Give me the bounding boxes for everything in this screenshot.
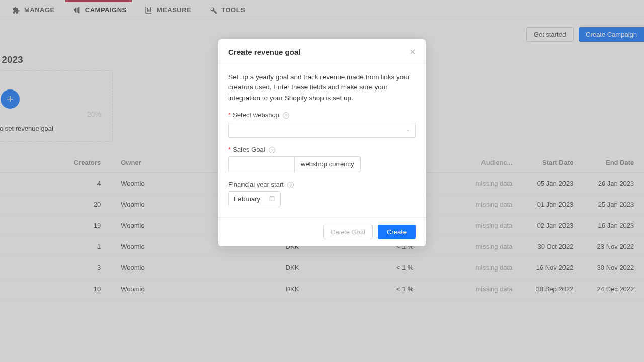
create-button[interactable]: Create — [378, 225, 416, 239]
financial-year-start-label: Financial year start ? — [228, 180, 416, 188]
financial-year-start-picker[interactable]: February — [228, 191, 281, 207]
help-icon[interactable]: ? — [269, 147, 275, 153]
create-revenue-goal-modal: Create revenue goal ✕ Set up a yearly go… — [218, 39, 426, 246]
webshop-label: *Select webshop ? — [228, 111, 416, 119]
help-icon[interactable]: ? — [283, 112, 289, 119]
chevron-down-icon: ⌄ — [406, 126, 410, 133]
modal-overlay[interactable]: Create revenue goal ✕ Set up a yearly go… — [0, 0, 644, 362]
date-value: February — [234, 195, 260, 203]
currency-addon: webshop currency — [295, 156, 361, 172]
sales-goal-label: *Sales Goal ? — [228, 146, 416, 153]
close-icon[interactable]: ✕ — [409, 47, 416, 57]
sales-goal-input[interactable] — [228, 156, 295, 172]
webshop-select[interactable]: ⌄ — [228, 122, 416, 138]
calendar-icon — [269, 195, 275, 203]
modal-description: Set up a yearly goal and track revenue m… — [228, 72, 416, 103]
modal-title: Create revenue goal — [228, 48, 300, 56]
delete-goal-button: Delete Goal — [323, 225, 373, 239]
help-icon[interactable]: ? — [287, 182, 294, 188]
